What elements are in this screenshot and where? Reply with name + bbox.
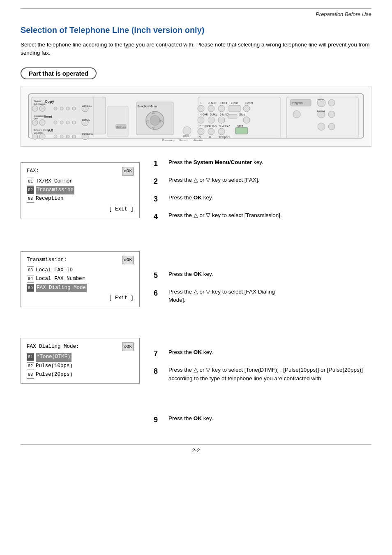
svg-point-86 [293,111,300,118]
svg-point-10 [72,107,76,110]
svg-point-7 [54,107,57,110]
svg-point-91 [328,123,335,130]
svg-text:Reset: Reset [245,102,253,104]
svg-point-32 [72,135,76,138]
svg-point-18 [54,121,57,124]
machine-svg: Status/ Job Cancel Copy Auto-Color Docum… [28,90,364,143]
svg-point-27 [32,134,38,139]
content-area: FAX: ◇OK 01 TX/RX Common 02 Transmission… [21,158,371,432]
svg-point-16 [32,120,38,125]
svg-text:2 ABC: 2 ABC [208,102,217,104]
svg-point-28 [39,134,45,139]
svg-point-59 [243,105,250,112]
step-5: 5 Press the OK key. [154,270,371,281]
section-title: Selection of Telephone Line (Inch versio… [21,25,371,35]
lcd2-ok: ◇OK [122,256,134,264]
svg-text:8 TUV: 8 TUV [209,125,217,127]
lcd2-title: Transmission: [27,256,67,264]
svg-text:*/ .: */ . [199,136,203,139]
step-8: 8 Press the △ or ▽ key to select [Tone(D… [154,366,371,383]
svg-text:Clear: Clear [231,102,238,104]
lcd2-row-3: 05 FAX Dialing Mode [27,284,134,292]
svg-text:Start: Start [237,125,243,127]
step-9: 9 Press the OK key. [154,414,371,426]
svg-point-30 [60,135,63,138]
svg-text:3 DEF: 3 DEF [220,102,228,104]
lcd1-title: FAX: [27,167,39,176]
svg-rect-76 [235,127,248,134]
lcd1-row-1: 01 TX/RX Common [27,177,134,186]
lcd3-title: FAX Dialing Mode: [27,342,79,351]
step-3: 3 Press the OK key. [154,194,371,205]
svg-point-9 [66,107,69,110]
spacer1 [21,218,144,251]
page: Preparation Before Use Selection of Tele… [0,0,392,555]
lcd3-row-3: 03 Pulse(20pps) [27,370,134,379]
footer-divider [21,444,371,445]
lcd1-row-2: 02 Transmission [27,186,134,194]
svg-text:#/ Space: #/ Space [219,136,231,139]
svg-text:Status/: Status/ [34,100,42,102]
svg-text:AX: AX [48,128,53,132]
intro-text: Select the telephone line according to t… [21,41,371,58]
svg-point-20 [66,121,69,124]
svg-text:FullColor: FullColor [82,119,90,121]
svg-text:Black&White: Black&White [82,133,94,135]
svg-point-29 [54,135,57,138]
svg-rect-36 [108,106,128,137]
steps-column: 1 Press the System Menu/Counter key. 2 P… [154,158,371,432]
svg-point-57 [218,105,225,112]
svg-point-5 [32,106,38,111]
spacer-steps3 [154,390,371,414]
footer-page: 2-2 [21,447,371,453]
step-6: 6 Press the △ or ▽ key to select [FAX Di… [154,288,371,305]
svg-text:△: △ [152,111,155,114]
lcd2-row-1: 03 Local FAX ID [27,266,134,275]
svg-point-47 [183,127,191,135]
svg-text:Memory: Memory [179,139,188,141]
spacer-steps1 [154,229,371,270]
svg-rect-58 [229,105,240,112]
step-1: 1 Press the System Menu/Counter key. [154,158,371,169]
svg-text:1: 1 [200,102,202,104]
svg-text:Shift Line: Shift Line [116,126,127,128]
svg-point-64 [198,117,204,123]
svg-text:Job Cancel: Job Cancel [34,103,46,105]
svg-text:Back: Back [183,134,189,137]
svg-point-73 [198,128,204,135]
part-badge: Part that is operated [21,67,97,79]
lcd2-exit: [ Exit ] [27,294,134,303]
svg-text:6 MNO: 6 MNO [220,113,229,116]
svg-text:9 WXYZ: 9 WXYZ [219,125,231,127]
step-7: 7 Press the OK key. [154,348,371,359]
svg-text:System Menu/: System Menu/ [34,129,50,131]
svg-point-56 [208,105,214,112]
svg-text:◁: ◁ [146,119,149,123]
lcd-column: FAX: ◇OK 01 TX/RX Common 02 Transmission… [21,158,144,432]
lcd1-row-3: 03 Reception [27,194,134,203]
svg-text:Copy: Copy [45,99,54,104]
lcd-transmission-menu: Transmission: ◇OK 03 Local FAX ID 04 Loc… [21,251,140,307]
svg-text:Auto-Color: Auto-Color [82,105,92,107]
svg-text:Logout: Logout [317,110,325,112]
svg-text:Power: Power [317,98,324,101]
lcd-dialing-menu: FAX Dialing Mode: ◇OK 01 *Tone(DTMF) 02 … [21,338,140,384]
lcd1-ok: ◇OK [122,167,134,176]
svg-text:7 PQRS: 7 PQRS [199,125,210,128]
svg-rect-67 [228,114,237,118]
svg-point-68 [243,117,250,123]
lcd3-ok: ◇OK [122,342,134,351]
step-4: 4 Press the △ or ▽ key to select [Transm… [154,211,371,222]
lcd1-exit: [ Exit ] [27,205,134,214]
svg-text:Send: Send [44,115,52,118]
svg-point-8 [60,107,63,110]
svg-point-75 [218,128,225,135]
svg-point-19 [60,121,63,124]
svg-text:Stop: Stop [239,113,245,116]
svg-point-17 [39,120,45,125]
step-2: 2 Press the △ or ▽ key to select [FAX]. [154,176,371,187]
svg-text:▽: ▽ [152,126,155,130]
svg-text:4 GHI: 4 GHI [200,113,208,116]
svg-text:Attention: Attention [194,139,203,141]
header-text: Preparation Before Use [21,11,371,17]
